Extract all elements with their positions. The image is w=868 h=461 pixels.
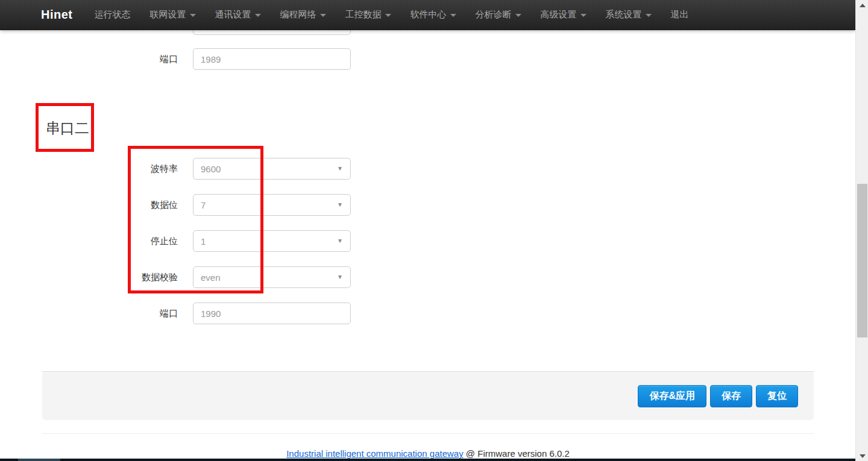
- chevron-down-icon: ▼: [337, 166, 343, 172]
- caret-down-icon: [450, 14, 456, 17]
- gateway-link[interactable]: Industrial intelligent communication gat…: [286, 448, 464, 459]
- chevron-down-icon: ▼: [337, 202, 343, 208]
- nav-item-advanced-settings[interactable]: 高级设置: [531, 0, 596, 30]
- nav-menu: 运行状态 联网设置 通讯设置 编程网络 工控数据 软件中心 分析诊断 高级设置 …: [85, 0, 699, 30]
- baud-rate-label: 波特率: [42, 163, 193, 175]
- scrollbar-down-arrow[interactable]: [856, 451, 868, 461]
- brand-logo[interactable]: Hinet: [0, 8, 85, 22]
- nav-item-programming-network[interactable]: 编程网络: [271, 0, 336, 30]
- window-bottom-edge: [0, 459, 855, 461]
- serial2-port-value: 1990: [201, 309, 221, 319]
- serial1-port-label: 端口: [42, 54, 193, 65]
- stop-bits-select[interactable]: 1 ▼: [193, 230, 351, 252]
- scrollbar-up-arrow[interactable]: [856, 0, 868, 10]
- reset-button[interactable]: 复位: [756, 385, 798, 407]
- data-bits-label: 数据位: [42, 199, 193, 211]
- baud-rate-row: 波特率 9600 ▼: [42, 158, 351, 180]
- serial1-port-input[interactable]: 1989: [193, 48, 351, 70]
- chevron-down-icon: ▼: [337, 274, 343, 280]
- nav-item-software-center[interactable]: 软件中心: [401, 0, 466, 30]
- triangle-up-icon: [860, 4, 866, 7]
- footer-divider: [42, 433, 814, 434]
- scrollbar-thumb[interactable]: [857, 184, 867, 337]
- triangle-down-icon: [860, 454, 866, 458]
- stop-bits-row: 停止位 1 ▼: [42, 230, 351, 252]
- nav-item-industrial-data[interactable]: 工控数据: [336, 0, 401, 30]
- form-actions-bar: 保存&应用 保存 复位: [42, 371, 814, 420]
- caret-down-icon: [580, 14, 587, 17]
- serial2-port-label: 端口: [42, 308, 193, 319]
- section-title-serial2: 串口二: [46, 119, 89, 138]
- chevron-down-icon: ▼: [337, 238, 343, 244]
- nav-item-analysis-diagnosis[interactable]: 分析诊断: [466, 0, 531, 30]
- serial2-port-row: 端口 1990: [42, 303, 351, 324]
- caret-down-icon: [255, 14, 261, 17]
- nav-item-logout[interactable]: 退出: [661, 0, 699, 30]
- gateway-config-page: ▼ 端口 1989 串口二 波特率 9600 ▼ 数据位 7 ▼ 停止位 1 ▼…: [0, 0, 868, 461]
- save-apply-button[interactable]: 保存&应用: [638, 385, 706, 407]
- parity-label: 数据校验: [42, 272, 193, 283]
- baud-rate-select[interactable]: 9600 ▼: [193, 158, 351, 180]
- nav-item-network-settings[interactable]: 联网设置: [140, 0, 206, 30]
- stop-bits-label: 停止位: [42, 236, 193, 247]
- caret-down-icon: [385, 14, 391, 17]
- caret-down-icon: [190, 14, 196, 17]
- nav-item-system-settings[interactable]: 系统设置: [596, 0, 661, 30]
- nav-item-comm-settings[interactable]: 通讯设置: [206, 0, 271, 30]
- caret-down-icon: [320, 14, 326, 17]
- serial1-port-value: 1989: [201, 54, 221, 64]
- save-button[interactable]: 保存: [710, 385, 752, 407]
- caret-down-icon: [646, 14, 652, 17]
- baud-rate-value: 9600: [201, 164, 221, 174]
- footer-text: Industrial intelligent communication gat…: [42, 448, 814, 459]
- nav-item-run-status[interactable]: 运行状态: [85, 0, 140, 30]
- top-navbar: Hinet 运行状态 联网设置 通讯设置 编程网络 工控数据 软件中心 分析诊断…: [0, 0, 855, 30]
- parity-select[interactable]: even ▼: [193, 266, 351, 288]
- parity-row: 数据校验 even ▼: [42, 266, 351, 288]
- serial2-port-input[interactable]: 1990: [193, 303, 351, 324]
- parity-value: even: [201, 272, 221, 283]
- caret-down-icon: [515, 14, 521, 17]
- data-bits-value: 7: [201, 200, 206, 210]
- data-bits-select[interactable]: 7 ▼: [193, 194, 351, 216]
- browser-scrollbar[interactable]: [855, 0, 868, 461]
- serial1-port-row: 端口 1989: [42, 48, 351, 70]
- data-bits-row: 数据位 7 ▼: [42, 194, 351, 216]
- stop-bits-value: 1: [201, 236, 206, 246]
- firmware-version-text: @ Firmware version 6.0.2: [466, 448, 570, 459]
